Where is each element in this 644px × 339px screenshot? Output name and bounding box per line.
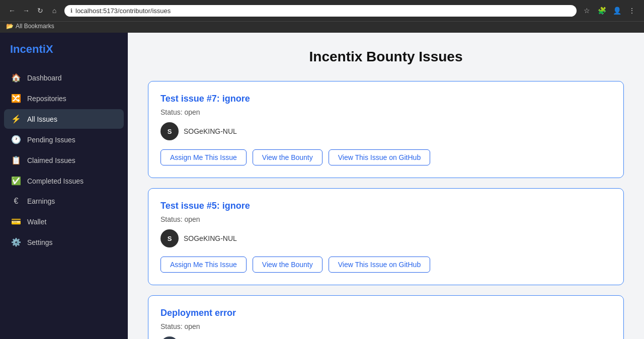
sidebar-logo: IncentiX bbox=[0, 33, 128, 68]
issue-author-1: S SOGeKING-NUL bbox=[160, 122, 611, 140]
bookmark-star-button[interactable]: ☆ bbox=[581, 5, 593, 17]
avatar-2: S bbox=[160, 229, 179, 247]
issue-title-1: Test issue #7: ignore bbox=[160, 94, 611, 104]
sidebar-item-wallet[interactable]: 💳 Wallet bbox=[4, 212, 124, 231]
browser-nav-buttons: ← → ↻ ⌂ bbox=[6, 5, 60, 17]
sidebar-item-label: Earnings bbox=[27, 197, 55, 205]
claimed-issues-icon: 📋 bbox=[11, 155, 21, 165]
wallet-icon: 💳 bbox=[11, 217, 21, 226]
sidebar-item-label: Wallet bbox=[27, 218, 46, 226]
issue-title-3: Deployment error bbox=[160, 308, 611, 318]
avatar-3: H bbox=[160, 336, 179, 339]
extensions-button[interactable]: 🧩 bbox=[596, 5, 608, 17]
issue-status-3: Status: open bbox=[160, 322, 611, 330]
bookmarks-label: 📂 All Bookmarks bbox=[6, 23, 54, 30]
profile-button[interactable]: 👤 bbox=[611, 5, 623, 17]
assign-button-2[interactable]: Assign Me This Issue bbox=[160, 257, 247, 273]
sidebar-item-settings[interactable]: ⚙️ Settings bbox=[4, 232, 124, 252]
sidebar-item-pending-issues[interactable]: 🕐 Pending Issues bbox=[4, 130, 124, 149]
issue-title-2: Test issue #5: ignore bbox=[160, 201, 611, 211]
issue-status-1: Status: open bbox=[160, 108, 611, 116]
browser-chrome: ← → ↻ ⌂ ℹ localhost:5173/contributor/iss… bbox=[0, 0, 644, 21]
sidebar-item-label: Repositories bbox=[27, 95, 66, 103]
author-name-2: SOGeKING-NUL bbox=[184, 234, 237, 242]
avatar-1: S bbox=[160, 122, 179, 140]
url-text: localhost:5173/contributor/issues bbox=[75, 7, 171, 15]
sidebar-item-label: Settings bbox=[27, 238, 53, 246]
sidebar-item-earnings[interactable]: € Earnings bbox=[4, 192, 124, 211]
app-layout: IncentiX 🏠 Dashboard 🔀 Repositories ⚡ Al… bbox=[0, 33, 644, 339]
view-bounty-button-2[interactable]: View the Bounty bbox=[253, 257, 323, 273]
issue-author-3: H Heisenberg300604 bbox=[160, 336, 611, 339]
completed-issues-icon: ✅ bbox=[11, 176, 21, 186]
sidebar-item-label: Dashboard bbox=[27, 74, 62, 82]
assign-button-1[interactable]: Assign Me This Issue bbox=[160, 149, 247, 165]
view-bounty-button-1[interactable]: View the Bounty bbox=[253, 149, 323, 165]
bookmarks-bar: 📂 All Bookmarks bbox=[0, 21, 644, 33]
earnings-icon: € bbox=[11, 197, 21, 206]
sidebar-item-repositories[interactable]: 🔀 Repositories bbox=[4, 89, 124, 108]
issue-actions-2: Assign Me This Issue View the Bounty Vie… bbox=[160, 257, 611, 273]
browser-actions: ☆ 🧩 👤 ⋮ bbox=[581, 5, 638, 17]
author-name-1: SOGeKING-NUL bbox=[184, 127, 237, 135]
sidebar-item-label: Claimed Issues bbox=[27, 156, 75, 164]
sidebar-item-label: Pending Issues bbox=[27, 136, 75, 144]
avatar-initials-1: S bbox=[168, 128, 172, 135]
sidebar-item-label: Completed Issues bbox=[27, 177, 84, 185]
view-github-button-1[interactable]: View This Issue on GitHub bbox=[329, 149, 430, 165]
repositories-icon: 🔀 bbox=[11, 94, 21, 103]
reload-button[interactable]: ↻ bbox=[34, 5, 46, 17]
forward-button[interactable]: → bbox=[20, 5, 32, 17]
security-icon: ℹ bbox=[70, 8, 72, 14]
back-button[interactable]: ← bbox=[6, 5, 18, 17]
issue-card-1: Test issue #7: ignore Status: open S SOG… bbox=[148, 81, 624, 178]
avatar-initials-2: S bbox=[168, 235, 172, 242]
home-button[interactable]: ⌂ bbox=[48, 5, 60, 17]
issue-actions-1: Assign Me This Issue View the Bounty Vie… bbox=[160, 149, 611, 165]
issue-card-3: Deployment error Status: open H Heisenbe… bbox=[148, 295, 624, 339]
issue-author-2: S SOGeKING-NUL bbox=[160, 229, 611, 247]
sidebar: IncentiX 🏠 Dashboard 🔀 Repositories ⚡ Al… bbox=[0, 33, 128, 339]
dashboard-icon: 🏠 bbox=[11, 73, 21, 82]
menu-button[interactable]: ⋮ bbox=[626, 5, 638, 17]
all-issues-icon: ⚡ bbox=[11, 114, 21, 124]
page-title: Incentix Bounty Issues bbox=[148, 49, 624, 65]
sidebar-nav: 🏠 Dashboard 🔀 Repositories ⚡ All Issues … bbox=[0, 68, 128, 252]
pending-issues-icon: 🕐 bbox=[11, 135, 21, 144]
issue-card-2: Test issue #5: ignore Status: open S SOG… bbox=[148, 188, 624, 285]
sidebar-item-completed-issues[interactable]: ✅ Completed Issues bbox=[4, 171, 124, 191]
main-content: Incentix Bounty Issues Test issue #7: ig… bbox=[128, 33, 644, 339]
sidebar-item-label: All Issues bbox=[27, 115, 57, 123]
settings-icon: ⚙️ bbox=[11, 237, 21, 247]
issue-status-2: Status: open bbox=[160, 215, 611, 223]
sidebar-item-all-issues[interactable]: ⚡ All Issues bbox=[4, 109, 124, 129]
address-bar[interactable]: ℹ localhost:5173/contributor/issues bbox=[64, 5, 577, 17]
sidebar-item-dashboard[interactable]: 🏠 Dashboard bbox=[4, 68, 124, 88]
view-github-button-2[interactable]: View This Issue on GitHub bbox=[329, 257, 430, 273]
sidebar-item-claimed-issues[interactable]: 📋 Claimed Issues bbox=[4, 150, 124, 170]
bookmarks-icon: 📂 bbox=[6, 23, 14, 30]
